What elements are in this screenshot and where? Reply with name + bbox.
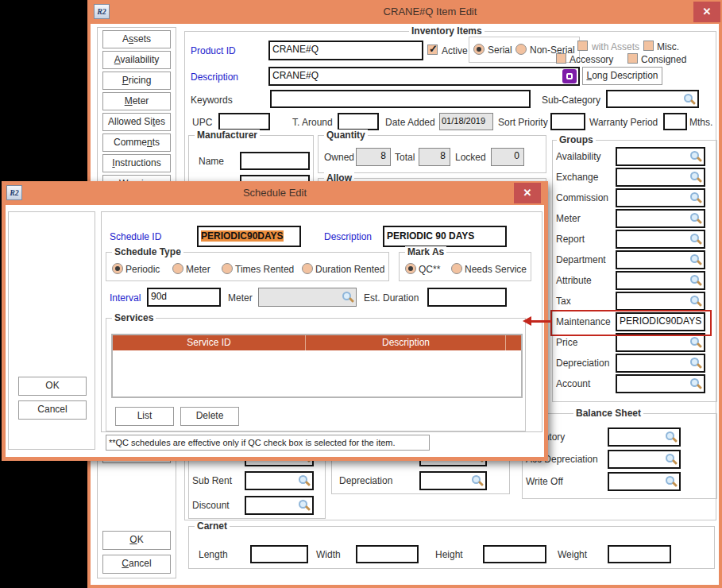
manufacturer-name-field[interactable]	[240, 152, 310, 170]
list-button[interactable]: List	[115, 407, 174, 426]
sidebar-item-pricing[interactable]: Pricing	[102, 72, 171, 90]
inventory-items-title: Inventory Items	[409, 25, 485, 37]
description-expand-icon[interactable]	[562, 69, 577, 83]
search-icon[interactable]	[683, 93, 696, 106]
cancel-button[interactable]: Cancel	[18, 400, 87, 420]
periodic-radio[interactable]	[112, 263, 123, 274]
length-field[interactable]	[250, 545, 308, 563]
search-icon[interactable]	[689, 212, 702, 225]
sub-category-field[interactable]	[606, 90, 699, 108]
group-field-report[interactable]	[616, 230, 705, 249]
accessory-label: Accessory	[569, 54, 613, 65]
est-duration-label: Est. Duration	[364, 292, 419, 304]
schedule-id-selected-text: PERIODIC90DAYS	[201, 230, 284, 242]
group-field-depreciation[interactable]	[616, 354, 705, 373]
search-icon[interactable]	[689, 253, 702, 266]
meter-type-radio[interactable]	[172, 263, 183, 274]
group-label-commission: Commission	[556, 192, 608, 203]
services-table-body[interactable]	[113, 350, 521, 397]
duration-rented-radio[interactable]	[302, 263, 313, 274]
acc-depreciation-field[interactable]	[608, 450, 681, 469]
warranty-period-field[interactable]	[663, 113, 687, 130]
search-icon[interactable]	[689, 295, 702, 308]
group-field-department[interactable]	[616, 250, 705, 269]
search-icon[interactable]	[689, 171, 702, 184]
warranty-period-label: Warranty Period	[589, 117, 658, 128]
weight-field[interactable]	[608, 545, 671, 563]
cancel-button[interactable]: Cancel	[102, 555, 171, 574]
group-field-exchange[interactable]	[616, 168, 705, 187]
misc-checkbox[interactable]	[643, 41, 654, 51]
close-icon[interactable]: ✕	[693, 2, 720, 22]
group-field-attribute[interactable]	[616, 271, 705, 290]
non-serial-radio[interactable]	[515, 44, 527, 55]
close-icon[interactable]: ✕	[514, 183, 541, 203]
sub-rent-field[interactable]	[245, 471, 314, 490]
search-icon[interactable]	[298, 499, 311, 512]
upc-field[interactable]	[218, 113, 270, 130]
schedule-id-field[interactable]: PERIODIC90DAYS	[197, 226, 301, 247]
interval-field[interactable]: 90d	[147, 288, 221, 307]
product-id-field[interactable]: CRANE#Q	[268, 41, 423, 60]
delete-button[interactable]: Delete	[180, 407, 239, 426]
sort-priority-field[interactable]	[550, 113, 585, 130]
search-icon[interactable]	[665, 453, 678, 466]
est-duration-field[interactable]	[427, 288, 507, 307]
sidebar-item-availability[interactable]: Availability	[102, 51, 171, 69]
interval-label: Interval	[110, 292, 141, 304]
sidebar-item-comments[interactable]: Comments	[102, 133, 171, 152]
services-table-header: Service ID Description	[113, 335, 521, 350]
description-label: Description	[191, 72, 238, 83]
search-icon[interactable]	[689, 357, 702, 369]
services-title: Services	[112, 312, 156, 323]
discount-field[interactable]	[245, 496, 314, 515]
active-checkbox[interactable]	[427, 44, 438, 55]
column-header-service-id[interactable]: Service ID	[113, 335, 306, 350]
keywords-field[interactable]	[270, 90, 531, 108]
ok-button[interactable]: OK	[18, 377, 87, 396]
search-icon[interactable]	[689, 150, 702, 163]
serial-radio[interactable]	[473, 44, 485, 55]
search-icon[interactable]	[689, 336, 702, 349]
with-assets-label: with Assets	[592, 41, 639, 52]
needs-service-radio[interactable]	[451, 263, 462, 274]
search-icon[interactable]	[665, 475, 678, 488]
with-assets-checkbox[interactable]	[577, 41, 588, 51]
t-around-field[interactable]	[338, 113, 379, 130]
description-field[interactable]: CRANE#Q	[268, 67, 580, 86]
sidebar-item-meter[interactable]: Meter	[102, 92, 171, 110]
sort-priority-label: Sort Priority	[498, 117, 548, 128]
group-label-depreciation: Depreciation	[556, 358, 609, 369]
group-field-account[interactable]	[616, 374, 705, 393]
group-field-meter[interactable]	[616, 209, 705, 228]
inventory-account-field[interactable]	[608, 427, 681, 447]
search-icon[interactable]	[471, 474, 484, 487]
search-icon[interactable]	[342, 291, 354, 304]
column-header-description[interactable]: Description	[307, 335, 506, 350]
height-field[interactable]	[483, 545, 546, 563]
search-icon[interactable]	[689, 191, 702, 204]
groups-title: Groups	[557, 134, 596, 145]
search-icon[interactable]	[298, 474, 311, 487]
width-field[interactable]	[356, 545, 419, 563]
sidebar-item-assets[interactable]: Assets	[102, 30, 171, 48]
search-icon[interactable]	[665, 431, 678, 443]
total-field: 8	[419, 148, 450, 166]
group-field-tax[interactable]	[616, 292, 705, 311]
search-icon[interactable]	[689, 233, 702, 246]
group-field-availability[interactable]	[616, 147, 705, 166]
schedule-description-field[interactable]: PERIODIC 90 DAYS	[383, 226, 507, 247]
group-field-commission[interactable]	[616, 188, 705, 207]
search-icon[interactable]	[689, 377, 702, 390]
sidebar-item-instructions[interactable]: Instructions	[102, 154, 171, 172]
times-rented-radio[interactable]	[222, 263, 233, 274]
consigned-checkbox[interactable]	[627, 53, 638, 64]
write-off-field[interactable]	[608, 472, 681, 491]
qc-radio[interactable]	[405, 263, 416, 274]
ok-button[interactable]: OK	[102, 531, 171, 550]
long-description-button[interactable]: Long Description	[582, 67, 662, 85]
sidebar-item-allowed-sites[interactable]: Allowed Sites	[102, 113, 171, 131]
accessory-checkbox[interactable]	[556, 53, 566, 64]
depreciation-account-field[interactable]	[419, 471, 487, 490]
search-icon[interactable]	[689, 274, 702, 287]
